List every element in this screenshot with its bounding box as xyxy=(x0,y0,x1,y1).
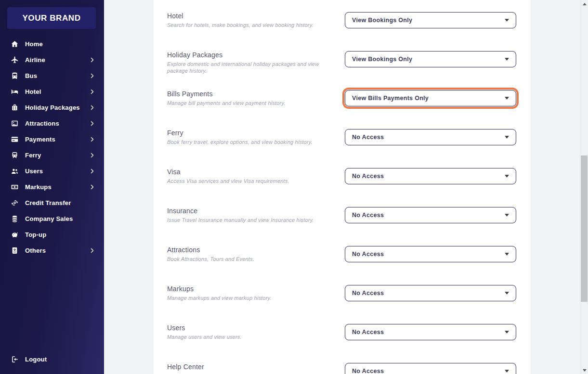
others-icon xyxy=(11,246,19,255)
permission-description: Issue Travel Insurance manually and view… xyxy=(167,217,333,223)
hotel-icon xyxy=(11,88,19,96)
caret-down-icon xyxy=(505,214,509,217)
sidebar-footer: Logout xyxy=(0,351,104,374)
bus-icon xyxy=(11,72,19,80)
permission-dropdown[interactable]: No Access xyxy=(342,127,519,148)
sidebar-item-payments[interactable]: Payments xyxy=(0,131,104,147)
permission-title: Users xyxy=(167,324,333,332)
permission-dropdown[interactable]: No Access xyxy=(342,166,519,187)
sidebar-item-logout[interactable]: Logout xyxy=(0,351,104,367)
permission-dropdown[interactable]: View Bookings Only xyxy=(342,49,519,70)
access-level-select[interactable]: No Access xyxy=(345,246,516,262)
scroll-down-button[interactable] xyxy=(580,366,588,374)
payments-icon xyxy=(11,135,19,143)
permission-description: Book ferry travel, explore options, and … xyxy=(167,139,333,145)
permission-title: Visa xyxy=(167,168,333,176)
sidebar-item-label: Company Sales xyxy=(25,215,73,222)
dropdown-selected-value: No Access xyxy=(352,251,384,258)
permission-description: Book Attractions, Tours and Events. xyxy=(167,256,333,262)
caret-down-icon xyxy=(505,292,509,295)
sidebar-item-label: Airline xyxy=(25,56,45,64)
access-level-select[interactable]: View Bills Payments Only xyxy=(345,90,516,106)
sidebar-item-bus[interactable]: Bus xyxy=(0,68,104,84)
sidebar-item-markups[interactable]: Markups xyxy=(0,179,104,195)
access-level-select[interactable]: No Access xyxy=(345,207,516,223)
dropdown-selected-value: No Access xyxy=(352,134,384,141)
sidebar-item-hotel[interactable]: Hotel xyxy=(0,84,104,100)
sidebar-item-others[interactable]: Others xyxy=(0,243,104,258)
chevron-right-icon xyxy=(89,104,95,111)
permission-description: Access Visa services and view Visa requi… xyxy=(167,178,333,184)
permission-dropdown[interactable]: No Access xyxy=(342,205,519,226)
permission-row-users: UsersManage users and view users.No Acce… xyxy=(167,324,516,351)
permission-info: MarkupsManage markups and view markup hi… xyxy=(167,285,342,301)
sidebar-item-holiday-packages[interactable]: Holiday Packages xyxy=(0,100,104,116)
access-level-select[interactable]: View Bookings Only xyxy=(345,51,516,67)
company-sales-icon xyxy=(11,215,19,223)
sidebar-item-home[interactable]: Home xyxy=(0,36,104,52)
access-level-select[interactable]: No Access xyxy=(345,363,516,374)
permission-row-bills-payments: Bills PaymentsManage bill payments and v… xyxy=(167,90,516,117)
permissions-list: HotelSearch for hotels, make bookings, a… xyxy=(167,12,516,374)
permission-info: UsersManage users and view users. xyxy=(167,324,342,340)
top-up-icon xyxy=(11,231,19,239)
permission-row-ferry: FerryBook ferry travel, explore options,… xyxy=(167,129,516,156)
sidebar-item-attractions[interactable]: Attractions xyxy=(0,116,104,131)
permission-dropdown[interactable]: No Access xyxy=(342,283,519,304)
brand-logo: YOUR BRAND xyxy=(7,7,96,29)
permission-row-attractions: AttractionsBook Attractions, Tours and E… xyxy=(167,246,516,273)
brand-name: YOUR BRAND xyxy=(22,13,80,23)
permission-description: Explore domestic and international holid… xyxy=(167,61,333,75)
credit-transfer-icon xyxy=(11,199,19,207)
scrollbar-thumb[interactable] xyxy=(581,155,588,302)
sidebar-item-label: Home xyxy=(25,40,43,48)
access-level-select[interactable]: No Access xyxy=(345,324,516,340)
permission-dropdown[interactable]: No Access xyxy=(342,361,519,374)
sidebar: YOUR BRAND HomeAirlineBusHotelHoliday Pa… xyxy=(0,0,104,374)
home-icon xyxy=(11,40,19,48)
logout-icon xyxy=(11,355,19,363)
permission-title: Attractions xyxy=(167,246,333,254)
chevron-right-icon xyxy=(89,152,95,158)
permission-dropdown[interactable]: No Access xyxy=(342,244,519,265)
permission-title: Ferry xyxy=(167,129,333,137)
chevron-right-icon xyxy=(89,136,95,142)
permission-info: FerryBook ferry travel, explore options,… xyxy=(167,129,342,145)
chevron-right-icon xyxy=(89,57,95,63)
chevron-right-icon xyxy=(89,120,95,127)
sidebar-item-credit-transfer[interactable]: Credit Transfer xyxy=(0,195,104,211)
sidebar-item-label: Markups xyxy=(25,183,52,191)
ferry-icon xyxy=(11,151,19,159)
sidebar-item-label: Ferry xyxy=(25,152,41,159)
permission-dropdown[interactable]: View Bookings Only xyxy=(342,10,519,31)
sidebar-item-ferry[interactable]: Ferry xyxy=(0,147,104,163)
sidebar-item-label: Holiday Packages xyxy=(25,104,80,111)
permission-info: HotelSearch for hotels, make bookings, a… xyxy=(167,12,342,28)
permission-info: InsuranceIssue Travel Insurance manually… xyxy=(167,207,342,223)
sidebar-item-users[interactable]: Users xyxy=(0,163,104,179)
dropdown-selected-value: View Bookings Only xyxy=(352,17,412,24)
vertical-scrollbar[interactable] xyxy=(580,0,588,374)
scroll-up-button[interactable] xyxy=(580,0,588,8)
caret-down-icon xyxy=(505,58,509,61)
sidebar-item-label: Users xyxy=(25,168,43,175)
sidebar-item-company-sales[interactable]: Company Sales xyxy=(0,211,104,227)
permission-info: VisaAccess Visa services and view Visa r… xyxy=(167,168,342,184)
permission-info: AttractionsBook Attractions, Tours and E… xyxy=(167,246,342,262)
main-content: HotelSearch for hotels, make bookings, a… xyxy=(104,0,580,374)
scroll-down-icon xyxy=(583,369,587,372)
caret-down-icon xyxy=(505,97,509,100)
access-level-select[interactable]: No Access xyxy=(345,168,516,184)
markups-icon xyxy=(11,183,19,191)
sidebar-item-airline[interactable]: Airline xyxy=(0,52,104,68)
permission-row-holiday-packages: Holiday PackagesExplore domestic and int… xyxy=(167,51,516,78)
access-level-select[interactable]: No Access xyxy=(345,129,516,145)
permission-row-help-center: Help CenterNo Access xyxy=(167,363,516,374)
permission-dropdown[interactable]: No Access xyxy=(342,322,519,343)
sidebar-item-top-up[interactable]: Top-up xyxy=(0,227,104,243)
chevron-right-icon xyxy=(89,247,95,254)
access-level-select[interactable]: No Access xyxy=(345,285,516,301)
permission-dropdown-highlighted[interactable]: View Bills Payments Only xyxy=(342,88,519,109)
dropdown-selected-value: No Access xyxy=(352,329,384,335)
access-level-select[interactable]: View Bookings Only xyxy=(345,12,516,28)
